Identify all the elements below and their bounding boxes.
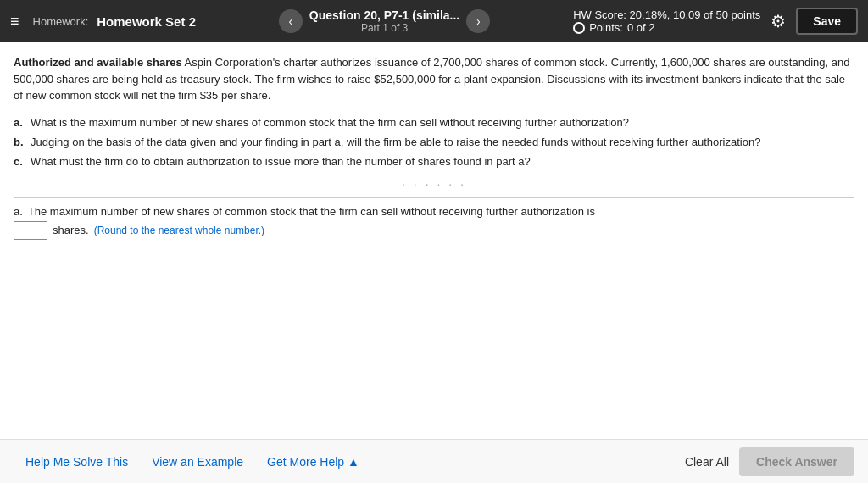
question-title: Question 20, P7-1 (simila...	[309, 8, 459, 22]
dotted-divider: · · · · · ·	[14, 177, 854, 191]
score-area: HW Score: 20.18%, 10.09 of 50 points Poi…	[573, 8, 858, 35]
points-label: Points:	[589, 21, 623, 34]
homework-title: Homework Set 2	[97, 14, 196, 29]
hw-score-line1: HW Score: 20.18%, 10.09 of 50 points	[573, 8, 760, 21]
answer-part-text: The maximum number of new shares of comm…	[28, 205, 595, 218]
answer-section: a. The maximum number of new shares of c…	[14, 205, 854, 240]
view-example-button[interactable]: View an Example	[140, 448, 255, 475]
shares-label: shares.	[53, 224, 89, 236]
prev-question-button[interactable]: ‹	[279, 9, 303, 33]
question-b: b. Judging on the basis of the data give…	[14, 132, 854, 152]
bottom-bar: Help Me Solve This View an Example Get M…	[0, 439, 868, 483]
clear-all-button[interactable]: Clear All	[685, 455, 729, 469]
top-navigation: ≡ Homework: Homework Set 2 ‹ Question 20…	[0, 0, 868, 42]
question-a-text: What is the maximum number of new shares…	[31, 113, 629, 132]
hamburger-icon[interactable]: ≡	[10, 13, 19, 31]
answer-part-label: a.	[14, 205, 23, 218]
answer-line-a: a. The maximum number of new shares of c…	[14, 205, 854, 218]
check-answer-button[interactable]: Check Answer	[739, 447, 854, 476]
homework-label: Homework:	[33, 15, 89, 28]
content-area: Authorized and available shares Aspin Co…	[0, 42, 868, 439]
points-value: 0 of 2	[627, 21, 655, 34]
round-note: (Round to the nearest whole number.)	[94, 225, 264, 236]
answer-input-line: shares. (Round to the nearest whole numb…	[14, 221, 854, 240]
question-a: a. What is the maximum number of new sha…	[14, 113, 854, 132]
question-b-label: b.	[14, 132, 25, 152]
answer-input[interactable]	[14, 221, 47, 240]
question-sub: Part 1 of 3	[309, 22, 459, 34]
question-c: c. What must the firm do to obtain autho…	[14, 152, 854, 171]
problem-header: Authorized and available shares Aspin Co…	[14, 54, 854, 104]
problem-header-bold: Authorized and available shares	[14, 56, 182, 69]
question-a-label: a.	[14, 113, 25, 132]
points-line: Points: 0 of 2	[573, 21, 760, 34]
hw-score-value: 20.18%, 10.09 of 50 points	[630, 8, 761, 21]
next-question-button[interactable]: ›	[466, 9, 490, 33]
help-me-solve-button[interactable]: Help Me Solve This	[14, 448, 140, 475]
hw-score-block: HW Score: 20.18%, 10.09 of 50 points Poi…	[573, 8, 760, 34]
question-c-label: c.	[14, 152, 25, 171]
hw-score-label: HW Score:	[573, 8, 626, 21]
question-navigation: ‹ Question 20, P7-1 (simila... Part 1 of…	[204, 8, 565, 34]
circle-icon	[573, 22, 585, 34]
get-more-help-button[interactable]: Get More Help ▲	[255, 448, 371, 475]
settings-button[interactable]: ⚙	[771, 11, 786, 31]
questions-list: a. What is the maximum number of new sha…	[14, 113, 854, 172]
separator-line	[14, 197, 854, 198]
question-b-text: Judging on the basis of the data given a…	[31, 132, 760, 152]
save-button[interactable]: Save	[796, 8, 858, 35]
question-info: Question 20, P7-1 (simila... Part 1 of 3	[309, 8, 459, 34]
question-c-text: What must the firm do to obtain authoriz…	[31, 152, 531, 171]
